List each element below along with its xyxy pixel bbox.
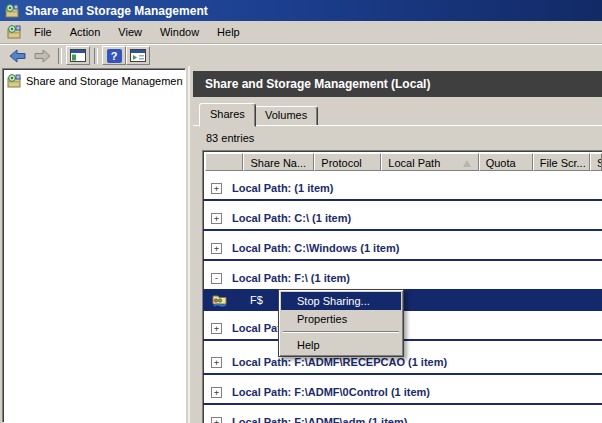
sort-ascending-icon xyxy=(463,160,471,167)
group-label: Local Path: C:\ (1 item) xyxy=(232,212,351,224)
group-row: + Local Path: F:\ADMF\0Control (1 item) xyxy=(203,383,602,405)
forward-button[interactable] xyxy=(30,47,54,65)
app-icon xyxy=(4,3,20,19)
expand-icon[interactable]: + xyxy=(211,183,222,194)
menu-view[interactable]: View xyxy=(109,23,151,41)
menu-bar: File Action View Window Help xyxy=(0,21,602,44)
show-console-tree-icon xyxy=(130,49,146,62)
show-console-tree-button[interactable] xyxy=(126,46,150,65)
group-underline xyxy=(203,403,602,405)
forward-arrow-icon xyxy=(33,49,51,63)
group-row: + Local Path: C:\Windows (1 item) xyxy=(203,239,602,261)
shares-list: Share Na... Protocol Local Path Quota Fi… xyxy=(202,150,602,423)
back-button[interactable] xyxy=(6,47,30,65)
share-storage-node-icon xyxy=(6,73,22,89)
menu-window[interactable]: Window xyxy=(151,23,208,41)
group-label: Local Path: F:\ (1 item) xyxy=(232,272,350,284)
group-header-c-windows[interactable]: + Local Path: C:\Windows (1 item) xyxy=(203,239,602,257)
group-label: Local Path: F:\ADMF\0Control (1 item) xyxy=(232,386,430,398)
column-header-local-path-label: Local Path xyxy=(388,157,440,169)
group-row: + Local Path: (1 item) xyxy=(203,179,602,201)
column-header-icon[interactable] xyxy=(205,153,243,171)
group-row: + Local Path: F:\ADMF\adm (1 item) xyxy=(203,413,602,423)
tab-volumes[interactable]: Volumes xyxy=(254,106,318,126)
column-header-shadow[interactable]: Sh xyxy=(590,153,602,171)
menu-help[interactable]: Help xyxy=(208,23,249,41)
column-header-share-name[interactable]: Share Na... xyxy=(243,153,314,171)
group-underline xyxy=(203,373,602,375)
expand-icon[interactable]: + xyxy=(211,323,222,334)
share-name: F$ xyxy=(250,294,263,306)
console-window-icon xyxy=(70,49,86,62)
toolbar-separator xyxy=(58,48,62,64)
toolbar-separator xyxy=(94,48,98,64)
context-menu: Stop Sharing... Properties Help xyxy=(278,289,404,357)
tree-item-label: Share and Storage Management ( xyxy=(26,75,183,87)
help-button[interactable]: ? xyxy=(102,46,126,65)
group-label: Local Path: C:\Windows (1 item) xyxy=(232,242,399,254)
group-label: Local Path: F:\ADMF\RECEPCAO (1 item) xyxy=(232,356,447,368)
column-header-file-screening[interactable]: File Scr... xyxy=(533,153,590,171)
expand-icon[interactable]: + xyxy=(211,417,222,423)
pane-divider[interactable] xyxy=(188,66,190,423)
group-header-c-drive[interactable]: + Local Path: C:\ (1 item) xyxy=(203,209,602,227)
menu-file[interactable]: File xyxy=(25,23,61,41)
window-title: Share and Storage Management xyxy=(25,4,208,18)
help-icon: ? xyxy=(107,49,122,63)
group-header-f-admf-adm[interactable]: + Local Path: F:\ADMF\adm (1 item) xyxy=(203,413,602,423)
column-header-local-path[interactable]: Local Path xyxy=(381,153,478,171)
context-menu-item-stop-sharing[interactable]: Stop Sharing... xyxy=(281,292,401,310)
shared-folder-icon xyxy=(211,293,229,307)
group-row: + Local Path: C:\ (1 item) xyxy=(203,209,602,231)
expand-icon[interactable]: + xyxy=(211,243,222,254)
expand-icon[interactable]: + xyxy=(211,357,222,368)
group-label: Local Path: F:\ADMF\adm (1 item) xyxy=(232,416,407,423)
results-pane-header: Share and Storage Management (Local) xyxy=(193,71,602,97)
console-window-button[interactable] xyxy=(66,46,90,65)
group-header-f-drive[interactable]: - Local Path: F:\ (1 item) xyxy=(203,269,602,287)
tree-item-share-storage-root[interactable]: Share and Storage Management ( xyxy=(3,69,185,91)
group-underline xyxy=(203,259,602,261)
context-menu-separator xyxy=(283,331,399,333)
expand-icon[interactable]: + xyxy=(211,213,222,224)
column-header-quota[interactable]: Quota xyxy=(479,153,533,171)
column-header-protocol[interactable]: Protocol xyxy=(314,153,381,171)
list-column-headers: Share Na... Protocol Local Path Quota Fi… xyxy=(205,153,602,171)
back-arrow-icon xyxy=(9,49,27,63)
group-label: Local Path: (1 item) xyxy=(232,182,333,194)
group-underline xyxy=(203,199,602,201)
group-header-f-admf-0control[interactable]: + Local Path: F:\ADMF\0Control (1 item) xyxy=(203,383,602,401)
console-tree-pane: Share and Storage Management ( xyxy=(2,68,186,423)
context-menu-item-help[interactable]: Help xyxy=(281,336,401,354)
title-bar: Share and Storage Management xyxy=(0,0,602,21)
group-underline xyxy=(203,229,602,231)
menu-action[interactable]: Action xyxy=(61,23,110,41)
toolbar: ? xyxy=(0,44,602,66)
collapse-icon[interactable]: - xyxy=(211,273,222,284)
group-header-empty-path[interactable]: + Local Path: (1 item) xyxy=(203,179,602,197)
entries-count: 83 entries xyxy=(206,132,254,144)
tab-shares[interactable]: Shares xyxy=(199,103,256,127)
console-child-icon xyxy=(6,24,22,40)
app-window: Share and Storage Management File Action… xyxy=(0,0,602,423)
context-menu-item-properties[interactable]: Properties xyxy=(281,310,401,328)
expand-icon[interactable]: + xyxy=(211,387,222,398)
